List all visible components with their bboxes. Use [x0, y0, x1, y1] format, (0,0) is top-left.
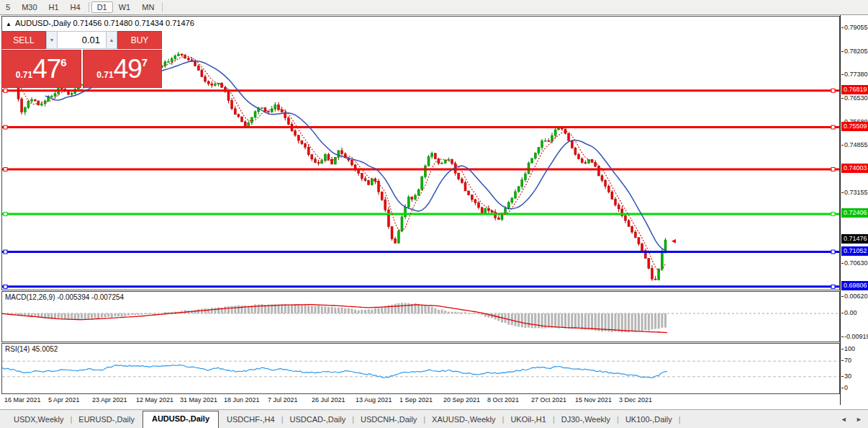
- chart-tab-usdx-weekly[interactable]: USDX,Weekly: [7, 412, 70, 428]
- date-tick-label: 7 Jul 2021: [268, 396, 298, 404]
- price-tick-label: 0.73155: [844, 189, 868, 196]
- timeframe-button-d1[interactable]: D1: [91, 1, 113, 13]
- date-tick-label: 13 Aug 2021: [356, 396, 392, 404]
- price-tick-label: 0.79055: [844, 24, 868, 31]
- date-tick-label: 8 Oct 2021: [487, 396, 519, 404]
- tab-divider: |: [679, 415, 681, 428]
- sell-button[interactable]: SELL: [1, 31, 46, 49]
- price-tick-label: 0.74855: [844, 141, 868, 148]
- price-tick-label: 0.78205: [844, 48, 868, 55]
- level-price-badge: 0.74003: [841, 164, 868, 173]
- mt4-terminal-window: 5M30H1H4D1W1MN ▲AUDUSD-,Daily 0.71456 0.…: [0, 0, 868, 428]
- rsi-tick-label: 30: [844, 373, 851, 380]
- timeframe-button-w1[interactable]: W1: [113, 1, 137, 13]
- chart-title: ▲AUDUSD-,Daily 0.71456 0.71480 0.71434 0…: [6, 19, 194, 27]
- date-tick-label: 23 Apr 2021: [92, 396, 127, 404]
- level-price-badge: 0.76819: [841, 85, 868, 94]
- lot-size-input[interactable]: 0.01: [58, 31, 106, 49]
- buy-price-tile[interactable]: 0.71 49 7: [83, 50, 163, 88]
- buy-price-big: 49: [114, 55, 142, 82]
- sell-price-tile[interactable]: 0.71 47 6: [1, 50, 81, 88]
- rsi-tick-label: 100: [844, 345, 855, 352]
- chart-tab-usdcad-daily[interactable]: USDCAD-,Daily: [284, 412, 353, 428]
- macd-canvas[interactable]: [2, 292, 839, 342]
- date-tick-label: 18 Jun 2021: [224, 396, 260, 404]
- rsi-indicator-panel[interactable]: [1, 343, 840, 394]
- macd-indicator-panel[interactable]: [1, 291, 840, 342]
- sell-price-pips: 6: [60, 56, 66, 68]
- level-price-badge: 0.75509: [841, 122, 868, 131]
- tab-scroll-nav: ◄ ►: [833, 416, 862, 423]
- date-tick-label: 26 Jul 2021: [312, 396, 345, 404]
- buy-button[interactable]: BUY: [117, 31, 162, 49]
- chart-tab-uk100-daily[interactable]: UK100-,Daily: [619, 412, 679, 428]
- macd-tick-label: -0.00919: [844, 333, 868, 340]
- rsi-label: RSI(14) 45.0052: [5, 345, 58, 353]
- one-click-trading-panel: SELL ▼ 0.01 ▲ BUY 0.71 47 6 0.71 49 7: [1, 31, 162, 88]
- sell-price-prefix: 0.71: [16, 70, 32, 80]
- toolbar-separator: [162, 2, 163, 12]
- timeframe-button-5[interactable]: 5: [0, 1, 16, 13]
- chart-tab-usdchf-h4[interactable]: USDCHF-,H4: [220, 412, 281, 428]
- price-tick-label: 0.70630: [844, 259, 868, 267]
- chart-tab-eurusd-daily[interactable]: EURUSD-,Daily: [72, 412, 141, 428]
- last-trade-marker: [672, 239, 676, 244]
- macd-label: MACD(12,26,9) -0.005394 -0.007254: [5, 293, 124, 301]
- sell-price-big: 47: [32, 55, 60, 82]
- macd-tick-label: 0.006201: [844, 293, 868, 300]
- lot-decrease-button[interactable]: ▼: [46, 31, 58, 49]
- tab-scroll-left-icon[interactable]: ◄: [841, 416, 847, 423]
- price-tick-label: 0.76530: [844, 94, 868, 102]
- timeframe-button-h4[interactable]: H4: [65, 1, 86, 13]
- timeframe-button-h1[interactable]: H1: [43, 1, 65, 13]
- tab-scroll-right-icon[interactable]: ►: [856, 416, 862, 423]
- timeframe-toolbar: 5M30H1H4D1W1MN: [0, 0, 868, 15]
- date-tick-label: 27 Oct 2021: [531, 396, 566, 404]
- level-price-badge: 0.71052: [841, 246, 868, 256]
- chart-tab-bar: USDX,Weekly|EURUSD-,DailyAUDUSD-,DailyUS…: [0, 409, 868, 428]
- time-axis-scale[interactable]: 16 Mar 20215 Apr 202123 Apr 202112 May 2…: [1, 394, 840, 407]
- date-tick-label: 20 Sep 2021: [443, 396, 480, 404]
- date-tick-label: 16 Mar 2021: [4, 396, 41, 404]
- chart-ohlc-values: 0.71456 0.71480 0.71434 0.71476: [73, 19, 194, 27]
- toolbar-separator: [89, 2, 89, 12]
- date-tick-label: 1 Sep 2021: [399, 396, 433, 404]
- lot-increase-button[interactable]: ▲: [106, 31, 117, 49]
- rsi-canvas[interactable]: [2, 344, 839, 393]
- date-tick-label: 5 Apr 2021: [48, 396, 80, 404]
- chart-symbol-label: AUDUSD-,Daily: [15, 19, 71, 27]
- timeframe-button-mn[interactable]: MN: [136, 1, 160, 13]
- date-tick-label: 31 May 2021: [180, 396, 217, 404]
- chart-tab-ukoil-h1[interactable]: UKOil-,H1: [504, 412, 553, 428]
- date-tick-label: 12 May 2021: [136, 396, 173, 404]
- price-tick-label: 0.77380: [844, 71, 868, 78]
- buy-price-pips: 7: [142, 56, 148, 68]
- current-price-badge: 0.71476: [841, 234, 868, 244]
- buy-price-prefix: 0.71: [96, 70, 113, 80]
- chart-tab-xauusd-weekly[interactable]: XAUUSD-,Weekly: [425, 412, 502, 428]
- price-axis-scale[interactable]: 0.790550.782050.773800.765300.756800.748…: [840, 15, 868, 405]
- timeframe-button-m30[interactable]: M30: [16, 1, 42, 13]
- date-tick-label: 15 Nov 2021: [575, 396, 612, 404]
- chart-tab-dj30-weekly[interactable]: DJ30-,Weekly: [555, 412, 617, 428]
- collapse-icon[interactable]: ▲: [6, 21, 12, 27]
- rsi-line: [2, 365, 667, 378]
- chart-tab-usdcnh-daily[interactable]: USDCNH-,Daily: [354, 412, 423, 428]
- rsi-tick-label: 0: [844, 384, 848, 391]
- level-price-badge: 0.72406: [841, 208, 868, 218]
- fast-ma-line: [19, 56, 666, 271]
- chart-tab-audusd-daily[interactable]: AUDUSD-,Daily: [143, 411, 219, 428]
- macd-tick-label: 0.00: [844, 309, 857, 316]
- rsi-tick-label: 70: [844, 357, 851, 364]
- slow-ma-line: [45, 61, 666, 250]
- date-tick-label: 3 Dec 2021: [619, 396, 652, 404]
- level-price-badge: 0.69806: [841, 281, 868, 290]
